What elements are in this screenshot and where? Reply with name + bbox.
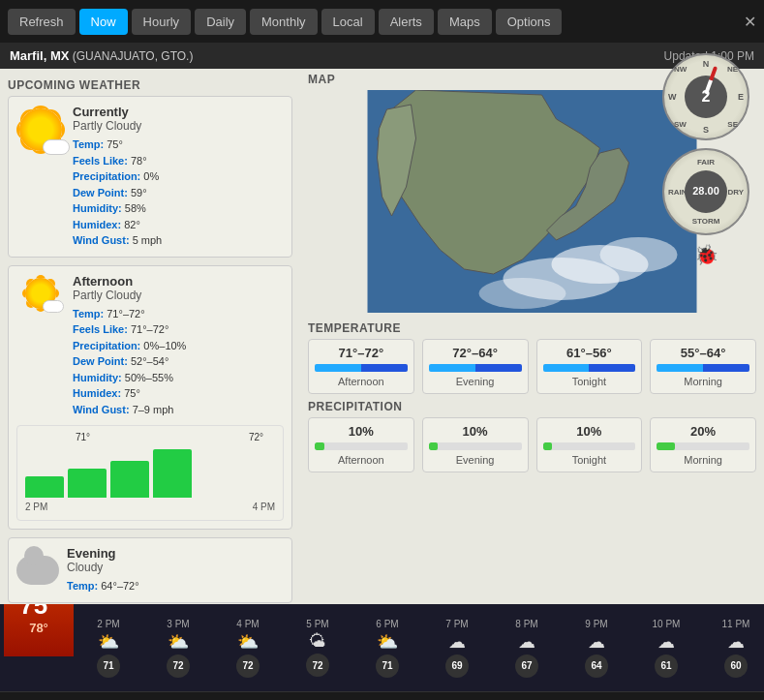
hour-9pm: 9 PM ☁ 64 (562, 615, 631, 682)
compass-n: N (703, 59, 710, 69)
precip-label-tonight: Tonight (543, 454, 636, 466)
nav-now[interactable]: Now (79, 9, 128, 35)
nav-daily[interactable]: Daily (195, 9, 246, 35)
hour-10pm: 10 PM ☁ 61 (631, 615, 701, 682)
nav-options[interactable]: Options (496, 9, 563, 35)
precipitation-section: PRECIPITATION 10% Afternoon 10% Evening … (308, 400, 756, 472)
temp-tonight: 61°–56° Tonight (536, 339, 643, 394)
svg-point-6 (479, 278, 566, 309)
temp-label-afternoon: Afternoon (315, 376, 408, 387)
hourly-strip: 75° 78° 2 PM ⛅ 71 3 PM ⛅ 72 4 PM ⛅ 72 5 … (0, 604, 764, 691)
bug-icon[interactable]: 🐞 (694, 243, 718, 266)
right-widgets: N NE E SE S SW W NW 2 FAIR RAIN DRY (657, 53, 754, 266)
precip-pct-afternoon: 10% (315, 424, 408, 439)
hour-7pm: 7 PM ☁ 69 (422, 615, 492, 682)
currently-feels: Feels Like: 78° (73, 153, 284, 169)
bar-time-2: 4 PM (253, 502, 275, 512)
afternoon-feels: Feels Like: 71°–72° (73, 321, 284, 338)
currently-dew: Dew Point: 59° (73, 185, 284, 201)
currently-details: Currently Partly Cloudy Temp: 75° Feels … (73, 105, 284, 249)
afternoon-precip: Precipitation: 0%–10% (73, 338, 284, 354)
afternoon-icon (16, 274, 65, 322)
compass-w: W (668, 92, 677, 102)
precip-grid: 10% Afternoon 10% Evening 10% Tonight (308, 417, 756, 472)
currently-precip: Precipitation: 0% (73, 168, 284, 185)
precip-label-morning: Morning (657, 454, 749, 466)
bar-time-1: 2 PM (25, 502, 47, 512)
bar-label-72: 72° (249, 432, 263, 442)
currently-temp: Temp: 75° (73, 137, 284, 153)
current-temp-display: 75° 78° (4, 604, 74, 656)
hour-6pm: 6 PM ⛅ 71 (352, 615, 422, 682)
bar-chart: 71° 72° 2 PM 4 PM (16, 425, 284, 521)
current-temp-feels: 78° (29, 621, 48, 635)
currently-card: Currently Partly Cloudy Temp: 75° Feels … (8, 96, 292, 258)
evening-details: Evening Cloudy Temp: 64°–72° (67, 546, 284, 594)
currently-condition: Partly Cloudy (73, 119, 284, 133)
compass-ne: NE (727, 65, 738, 74)
precip-morning: 20% Morning (650, 417, 756, 472)
precip-label-afternoon: Afternoon (315, 454, 408, 466)
afternoon-condition: Partly Cloudy (73, 289, 284, 302)
nav-refresh[interactable]: Refresh (8, 9, 76, 35)
gauge-dry: DRY (727, 188, 744, 197)
nav-alerts[interactable]: Alerts (379, 9, 434, 35)
compass-e: E (738, 92, 744, 102)
nav-news[interactable]: News (41, 696, 104, 700)
currently-humidity: Humidity: 58% (73, 200, 284, 217)
gauge-fair: FAIR (697, 158, 715, 167)
afternoon-humidex: Humidex: 75° (73, 385, 284, 402)
compass-nw: NW (674, 65, 687, 74)
afternoon-dew: Dew Point: 52°–54° (73, 353, 284, 370)
bottom-nav: News Videos Photos Cameras Settings (0, 691, 764, 700)
hour-4pm: 4 PM ⛅ 72 (213, 615, 283, 682)
afternoon-wind: Wind Gust: 7–9 mph (73, 402, 284, 418)
upcoming-header: UPCOMING WEATHER (8, 78, 292, 92)
evening-title: Evening (67, 546, 284, 561)
compass-wind-speed: 2 (685, 76, 727, 118)
nav-hourly[interactable]: Hourly (132, 9, 192, 35)
humidity-gauge: FAIR RAIN DRY STORM 28.00 (662, 148, 749, 235)
afternoon-title: Afternoon (73, 274, 284, 289)
nav-monthly[interactable]: Monthly (250, 9, 318, 35)
temp-range-morning: 55°–64° (657, 346, 749, 360)
currently-icon (16, 105, 65, 153)
top-nav: Refresh Now Hourly Daily Monthly Local A… (0, 0, 764, 43)
precip-evening: 10% Evening (422, 417, 529, 472)
temp-label-morning: Morning (657, 376, 749, 387)
temp-range-afternoon: 71°–72° (315, 346, 408, 360)
afternoon-details: Afternoon Partly Cloudy Temp: 71°–72° Fe… (73, 274, 284, 418)
bar-chart-bars (25, 449, 275, 498)
nav-local[interactable]: Local (321, 9, 375, 35)
hour-5pm: 5 PM 🌤 72 (283, 615, 352, 681)
precip-afternoon: 10% Afternoon (308, 417, 414, 472)
nav-maps[interactable]: Maps (438, 9, 492, 35)
bar-1 (25, 476, 64, 498)
nav-settings[interactable]: Settings (647, 696, 723, 700)
temperature-grid: 71°–72° Afternoon 72°–64° Even (308, 339, 756, 394)
hour-2pm: 2 PM ⛅ 71 (74, 615, 143, 682)
city-name: Marfil, MX (10, 48, 69, 63)
bar-2 (68, 469, 107, 498)
temperature-header: TEMPERATURE (308, 321, 756, 335)
humidity-value: 28.00 (685, 170, 727, 213)
location-bar: Marfil, MX (GUANAJUATO, GTO.) Updated 1:… (0, 43, 764, 69)
nav-photos[interactable]: Photos (333, 696, 403, 700)
temp-afternoon: 71°–72° Afternoon (308, 339, 414, 394)
currently-title: Currently (73, 105, 284, 119)
currently-wind: Wind Gust: 5 mph (73, 232, 284, 249)
bar-label-71: 71° (76, 432, 90, 442)
gauge-storm: STORM (692, 217, 720, 226)
afternoon-card: Afternoon Partly Cloudy Temp: 71°–72° Fe… (8, 265, 292, 531)
nav-videos[interactable]: Videos (184, 696, 254, 700)
nav-cameras[interactable]: Cameras (484, 696, 566, 700)
content-area: UPCOMING WEATHER Currently Partly Cloudy (0, 69, 764, 604)
left-panel: UPCOMING WEATHER Currently Partly Cloudy (0, 69, 300, 604)
evening-icon (16, 556, 59, 585)
bar-time-labels: 2 PM 4 PM (25, 502, 275, 512)
currently-humidex: Humidex: 82° (73, 217, 284, 233)
bar-3 (110, 461, 149, 498)
close-button[interactable]: ✕ (744, 13, 756, 31)
temp-label-evening: Evening (429, 376, 522, 387)
afternoon-temp: Temp: 71°–72° (73, 306, 284, 322)
